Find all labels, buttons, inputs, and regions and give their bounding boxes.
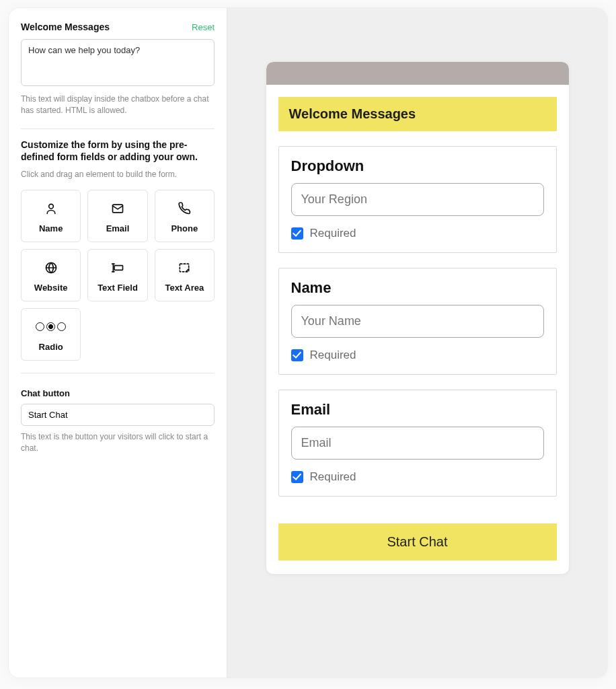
required-label: Required [310, 227, 356, 240]
form-block-title: Name [291, 279, 544, 297]
section-divider [21, 129, 215, 129]
name-input[interactable] [291, 305, 544, 338]
field-tile-website[interactable]: Website [21, 249, 81, 301]
welcome-help-text: This text will display inside the chatbo… [21, 94, 215, 116]
chat-button-input[interactable] [21, 404, 215, 426]
field-tile-name[interactable]: Name [21, 190, 81, 242]
field-palette: Name Email Phone Website [21, 190, 215, 361]
phone-icon [178, 199, 191, 218]
field-tile-label: Email [106, 223, 130, 233]
form-block-email[interactable]: Email Required [278, 390, 557, 497]
welcome-section-header: Welcome Messages Reset [21, 22, 215, 32]
field-tile-label: Website [34, 283, 68, 293]
person-icon [44, 199, 58, 218]
welcome-banner: Welcome Messages [278, 97, 557, 131]
field-tile-textarea[interactable]: Text Area [155, 249, 215, 301]
preview-window-titlebar [266, 62, 569, 85]
required-row: Required [291, 227, 544, 240]
textfield-icon [110, 258, 125, 277]
email-input[interactable] [291, 427, 544, 460]
field-tile-label: Name [39, 223, 63, 233]
welcome-message-textarea[interactable] [21, 39, 215, 86]
chat-button-field-label: Chat button [21, 388, 215, 398]
checkmark-icon[interactable] [291, 227, 303, 240]
required-row: Required [291, 349, 544, 362]
textarea-icon [178, 258, 191, 277]
required-row: Required [291, 470, 544, 484]
preview-chat-widget: Welcome Messages Dropdown Required Name … [266, 62, 569, 574]
customize-heading: Customize the form by using the pre-defi… [21, 139, 215, 164]
section-divider [21, 373, 215, 373]
app-container: Welcome Messages Reset This text will di… [9, 8, 607, 678]
svg-rect-3 [114, 265, 123, 270]
globe-icon [44, 258, 58, 277]
dropdown-input[interactable] [291, 183, 544, 216]
field-tile-label: Radio [39, 342, 63, 352]
form-block-dropdown[interactable]: Dropdown Required [278, 146, 557, 253]
customize-subtext: Click and drag an element to build the f… [21, 169, 215, 180]
radio-icon [36, 318, 66, 336]
field-tile-radio[interactable]: Radio [21, 308, 81, 361]
checkmark-icon[interactable] [291, 471, 303, 483]
field-tile-email[interactable]: Email [87, 190, 147, 242]
form-block-name[interactable]: Name Required [278, 268, 557, 375]
envelope-icon [111, 199, 124, 218]
preview-area: Welcome Messages Dropdown Required Name … [227, 8, 607, 678]
start-chat-button[interactable]: Start Chat [278, 523, 557, 560]
chat-button-help-text: This text is the button your visitors wi… [21, 431, 215, 454]
required-label: Required [310, 470, 356, 484]
field-tile-label: Text Field [98, 283, 138, 293]
form-block-title: Dropdown [291, 157, 544, 175]
field-tile-label: Phone [171, 223, 198, 233]
svg-point-0 [48, 204, 53, 209]
field-tile-phone[interactable]: Phone [155, 190, 215, 242]
field-tile-label: Text Area [165, 283, 204, 293]
required-label: Required [310, 349, 356, 362]
reset-link[interactable]: Reset [192, 22, 215, 32]
checkmark-icon[interactable] [291, 349, 303, 361]
form-block-title: Email [291, 401, 544, 419]
field-tile-textfield[interactable]: Text Field [87, 249, 147, 301]
settings-sidebar: Welcome Messages Reset This text will di… [9, 8, 227, 678]
welcome-section-title: Welcome Messages [21, 22, 110, 32]
